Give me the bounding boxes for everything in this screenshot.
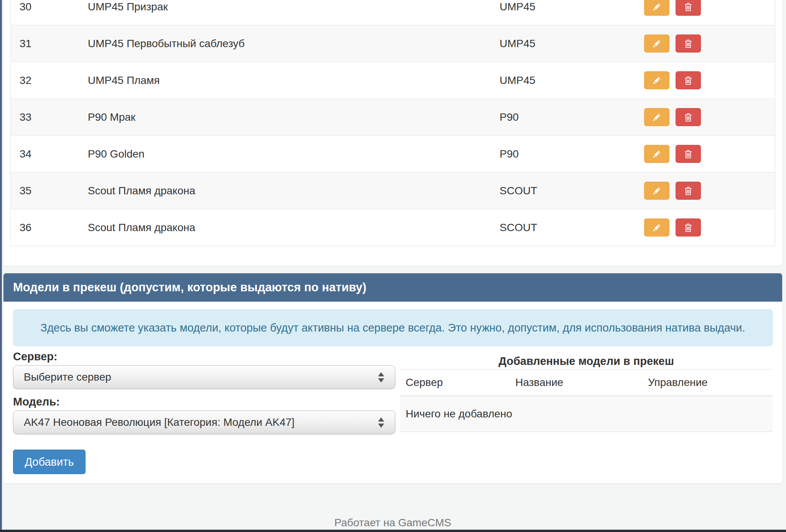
- delete-button[interactable]: [676, 218, 701, 236]
- row-id: 34: [11, 136, 78, 172]
- row-actions: [633, 172, 775, 209]
- table-row: 34 P90 Golden P90: [11, 136, 775, 172]
- delete-button[interactable]: [676, 108, 701, 126]
- models-table-panel: 30 UMP45 Призрак UMP45: [3, 0, 783, 266]
- precache-form-row: Сервер: Выберите сервер Модель: AK47 Нео…: [13, 350, 773, 474]
- pencil-icon: [652, 76, 662, 85]
- table-row: 35 Scout Пламя дракона SCOUT: [11, 172, 775, 209]
- row-type: P90: [489, 136, 633, 172]
- row-type: UMP45: [489, 62, 633, 99]
- select-stepper-icon: [378, 372, 384, 383]
- edit-button[interactable]: [644, 71, 669, 89]
- table-row: 33 P90 Мрак P90: [11, 99, 775, 136]
- trash-icon: [683, 223, 693, 233]
- models-table: 30 UMP45 Призрак UMP45: [10, 0, 775, 246]
- server-label: Сервер:: [13, 350, 395, 363]
- pencil-icon: [652, 112, 662, 122]
- row-name: Scout Пламя дракона: [77, 209, 489, 246]
- row-name: UMP45 Пламя: [77, 62, 489, 99]
- row-type: P90: [489, 99, 633, 136]
- precache-form: Сервер: Выберите сервер Модель: AK47 Нео…: [13, 350, 395, 474]
- row-type: UMP45: [489, 0, 633, 25]
- edit-button[interactable]: [644, 182, 669, 200]
- row-id: 32: [11, 62, 78, 99]
- row-actions: [633, 136, 775, 172]
- row-actions: [633, 99, 775, 136]
- row-id: 35: [11, 172, 78, 209]
- edit-button[interactable]: [644, 34, 669, 53]
- delete-button[interactable]: [676, 145, 701, 163]
- page-content: 30 UMP45 Призрак UMP45: [3, 0, 783, 529]
- added-col-actions: Управление: [642, 369, 773, 396]
- row-id: 33: [11, 99, 78, 136]
- server-select[interactable]: Выберите сервер: [13, 365, 395, 389]
- trash-icon: [683, 186, 693, 196]
- row-name: P90 Мрак: [77, 99, 489, 136]
- pencil-icon: [652, 149, 662, 159]
- row-id: 31: [11, 25, 78, 62]
- row-type: SCOUT: [489, 172, 633, 209]
- empty-state-text: Ничего не добавлено: [400, 396, 773, 432]
- delete-button[interactable]: [676, 34, 701, 53]
- select-stepper-icon: [378, 417, 384, 428]
- added-empty-row: Ничего не добавлено: [400, 396, 773, 432]
- row-actions: [633, 62, 775, 99]
- delete-button[interactable]: [676, 0, 701, 16]
- row-name: UMP45 Призрак: [77, 0, 489, 25]
- added-table-header-row: Сервер Название Управление: [400, 369, 773, 396]
- pencil-icon: [652, 39, 662, 49]
- table-row: 31 UMP45 Первобытный саблезуб UMP45: [11, 25, 775, 62]
- row-actions: [633, 209, 775, 246]
- table-row: 30 UMP45 Призрак UMP45: [11, 0, 775, 25]
- info-alert: Здесь вы сможете указать модели, которые…: [13, 309, 773, 346]
- row-actions: [633, 0, 775, 25]
- bottom-dark-bar: [0, 530, 786, 532]
- model-label: Модель:: [13, 395, 395, 408]
- delete-button[interactable]: [676, 182, 701, 200]
- pencil-icon: [652, 223, 662, 233]
- precache-panel-body: Здесь вы сможете указать модели, которые…: [3, 302, 782, 483]
- table-row: 32 UMP45 Пламя UMP45: [11, 62, 775, 99]
- edit-button[interactable]: [644, 145, 669, 163]
- delete-button[interactable]: [676, 71, 701, 89]
- precache-panel-title: Модели в прекеш (допустим, которые выдаю…: [3, 273, 782, 302]
- row-name: Scout Пламя дракона: [77, 172, 489, 209]
- row-name: UMP45 Первобытный саблезуб: [77, 25, 489, 62]
- trash-icon: [683, 112, 693, 122]
- trash-icon: [683, 76, 693, 85]
- added-col-name: Название: [510, 369, 642, 396]
- row-actions: [633, 25, 775, 62]
- row-type: SCOUT: [489, 209, 633, 246]
- pencil-icon: [652, 186, 662, 196]
- add-button[interactable]: Добавить: [13, 450, 86, 474]
- model-select[interactable]: AK47 Неоновая Революция [Категория: Моде…: [13, 410, 395, 434]
- trash-icon: [683, 149, 693, 159]
- table-row: 36 Scout Пламя дракона SCOUT: [11, 209, 775, 246]
- footer-text: Работает на GameCMS: [3, 517, 783, 529]
- precache-panel: Модели в прекеш (допустим, которые выдаю…: [3, 273, 783, 484]
- trash-icon: [683, 39, 693, 49]
- row-type: UMP45: [489, 25, 633, 62]
- added-models-table: Сервер Название Управление Ничего не доб…: [400, 369, 773, 432]
- model-select-value: AK47 Неоновая Революция [Категория: Моде…: [24, 416, 378, 429]
- edit-button[interactable]: [644, 108, 669, 126]
- trash-icon: [683, 2, 693, 12]
- left-edge-bar: [0, 0, 2, 532]
- edit-button[interactable]: [644, 218, 669, 236]
- added-models-heading: Добавленные модели в прекеш: [400, 355, 773, 368]
- server-select-value: Выберите сервер: [24, 371, 378, 383]
- row-id: 36: [11, 209, 78, 246]
- added-models-section: Добавленные модели в прекеш Сервер Назва…: [400, 350, 773, 432]
- row-id: 30: [11, 0, 78, 25]
- row-name: P90 Golden: [77, 136, 489, 172]
- pencil-icon: [652, 2, 662, 12]
- added-col-server: Сервер: [400, 369, 510, 396]
- edit-button[interactable]: [644, 0, 669, 16]
